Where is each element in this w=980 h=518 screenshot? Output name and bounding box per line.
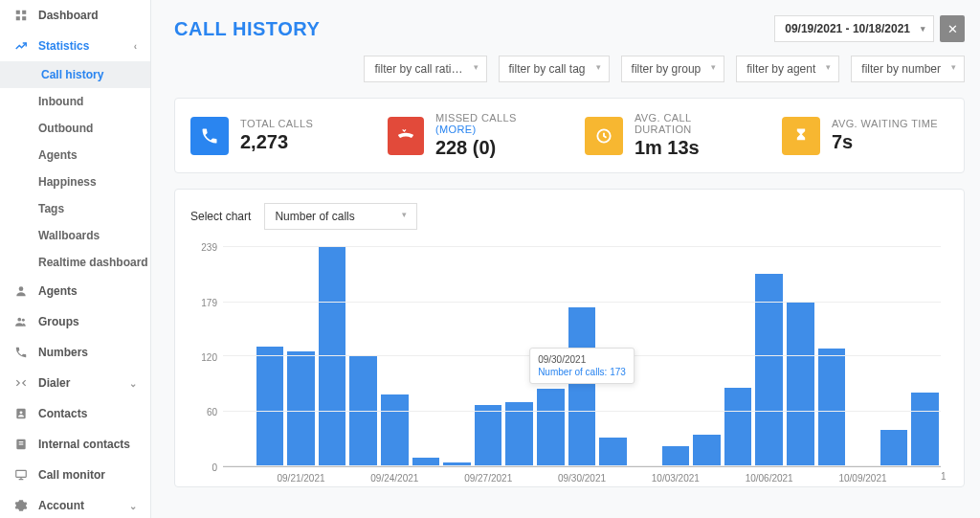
nav-contacts[interactable]: Contacts xyxy=(0,398,150,429)
nav-label: Account xyxy=(38,499,84,512)
chart-bar[interactable]: 09/24/2021 xyxy=(381,394,409,466)
kpi-value: 228 (0) xyxy=(435,137,554,159)
svg-point-4 xyxy=(19,286,24,291)
chart-bar[interactable]: 09/21/2021 xyxy=(287,351,315,466)
chart-type-select[interactable]: Number of calls xyxy=(264,203,417,230)
nav-statistics[interactable]: Statistics ‹ xyxy=(0,31,150,61)
x-tick: 10/03/2021 xyxy=(652,473,700,484)
sidebar-sub-wallboards[interactable]: Wallboards xyxy=(0,222,150,249)
sidebar-sub-inbound[interactable]: Inbound xyxy=(0,88,150,115)
nav-label: Dialer xyxy=(38,376,70,390)
chart-bar[interactable] xyxy=(256,347,284,466)
close-button[interactable]: ✕ xyxy=(940,15,965,42)
filter-dropdown-3[interactable]: filter by agent xyxy=(736,56,839,82)
x-tick: 09/24/2021 xyxy=(370,473,418,484)
y-tick: 120 xyxy=(201,351,217,362)
page-title: CALL HISTORY xyxy=(174,18,320,40)
topbar: CALL HISTORY 09/19/2021 - 10/18/2021 ✕ xyxy=(174,15,965,42)
chart-bar[interactable] xyxy=(911,393,939,466)
chart-area: 060120179239 09/21/202109/24/202109/27/2… xyxy=(190,247,948,467)
svg-rect-1 xyxy=(22,11,26,14)
chart-bar[interactable] xyxy=(349,356,377,466)
kpi-label: AVG. CALL DURATION xyxy=(635,112,751,135)
chart-bar[interactable] xyxy=(693,435,721,466)
nav-groups[interactable]: Groups xyxy=(0,306,150,337)
svg-rect-3 xyxy=(22,16,26,20)
sidebar-sub-realtime-dashboard[interactable]: Realtime dashboard xyxy=(0,249,150,276)
people-icon xyxy=(13,314,29,329)
filters-row: filter by call rati…filter by call tagfi… xyxy=(174,56,965,82)
nav-label: Groups xyxy=(38,315,79,328)
hourglass-icon xyxy=(782,117,820,155)
nav-label: Call monitor xyxy=(38,468,105,482)
tools-icon xyxy=(13,375,29,391)
kpi-value: 1m 13s xyxy=(635,137,751,159)
chart-bar[interactable] xyxy=(818,349,846,466)
svg-point-8 xyxy=(20,411,23,414)
nav-agents[interactable]: Agents xyxy=(0,276,150,306)
sidebar-sub-agents[interactable]: Agents xyxy=(0,142,150,169)
dashboard-icon xyxy=(13,8,29,23)
nav-label: Internal contacts xyxy=(38,438,130,451)
chart-bar[interactable]: 10/06/2021 xyxy=(755,274,783,466)
chart-bar[interactable]: 09/30/202109/30/2021Number of calls: 173 xyxy=(568,307,596,466)
trend-icon xyxy=(13,38,29,54)
chart-bar[interactable]: 10/03/2021 xyxy=(662,446,690,466)
chart-bar[interactable] xyxy=(537,389,565,466)
sidebar-sub-tags[interactable]: Tags xyxy=(0,195,150,222)
nav-label: Statistics xyxy=(38,39,89,53)
kpi-value: 7s xyxy=(832,131,938,153)
nav-label: Dashboard xyxy=(38,9,99,22)
svg-rect-0 xyxy=(16,11,20,14)
kpi-row: TOTAL CALLS 2,273 MISSED CALLS (MORE) 22… xyxy=(174,98,965,173)
more-link[interactable]: (MORE) xyxy=(435,124,477,135)
chart-tooltip: 09/30/2021Number of calls: 173 xyxy=(529,348,635,384)
chart-bar[interactable] xyxy=(505,402,533,466)
x-tick: 09/30/2021 xyxy=(558,473,606,484)
chart-plot: 09/21/202109/24/202109/27/202109/30/2021… xyxy=(223,247,941,467)
nav-call-monitor[interactable]: Call monitor xyxy=(0,460,150,490)
chart-bar[interactable] xyxy=(880,430,908,466)
chart-bar[interactable] xyxy=(319,247,346,466)
nav-dialer[interactable]: Dialer ⌄ xyxy=(0,368,150,398)
kpi-label: AVG. WAITING TIME xyxy=(832,118,938,129)
kpi-total-calls: TOTAL CALLS 2,273 xyxy=(175,112,372,159)
svg-rect-11 xyxy=(19,443,24,444)
nav-label: Contacts xyxy=(38,407,87,420)
chart-bar[interactable]: 09/27/2021 xyxy=(475,405,502,466)
chart-select-value: Number of calls xyxy=(275,210,354,223)
nav-account[interactable]: Account ⌄ xyxy=(0,490,150,518)
filter-dropdown-4[interactable]: filter by number xyxy=(851,56,965,82)
phone-icon xyxy=(13,345,29,360)
contacts-icon xyxy=(13,406,29,421)
chart-bar[interactable] xyxy=(599,438,627,466)
sidebar-sub-call-history[interactable]: Call history xyxy=(0,61,150,88)
nav-internal-contacts[interactable]: Internal contacts xyxy=(0,429,150,460)
nav-numbers[interactable]: Numbers xyxy=(0,337,150,368)
chart-bar[interactable] xyxy=(724,388,752,466)
svg-rect-10 xyxy=(19,441,24,442)
svg-rect-12 xyxy=(16,470,27,477)
y-axis: 060120179239 xyxy=(190,247,223,467)
y-tick: 239 xyxy=(201,242,217,253)
date-range-picker[interactable]: 09/19/2021 - 10/18/2021 xyxy=(774,15,934,42)
sidebar: Dashboard Statistics ‹ Call historyInbou… xyxy=(0,0,151,518)
kpi-avg-waiting: AVG. WAITING TIME 7s xyxy=(767,112,964,159)
x-tick: 09/27/2021 xyxy=(464,473,512,484)
nav-label: Numbers xyxy=(38,346,88,359)
gear-icon xyxy=(13,498,29,513)
phone-icon xyxy=(190,117,229,155)
close-icon: ✕ xyxy=(947,22,958,36)
filter-dropdown-2[interactable]: filter by group xyxy=(621,56,725,82)
filter-dropdown-0[interactable]: filter by call rati… xyxy=(364,56,486,82)
filter-dropdown-1[interactable]: filter by call tag xyxy=(499,56,610,82)
sidebar-sub-outbound[interactable]: Outbound xyxy=(0,115,150,142)
chart-bar[interactable] xyxy=(787,302,814,466)
chevron-down-icon: ⌄ xyxy=(129,501,137,511)
sidebar-sub-happiness[interactable]: Happiness xyxy=(0,169,150,195)
kpi-label: MISSED CALLS (MORE) xyxy=(435,112,554,135)
x-tick: 09/21/2021 xyxy=(277,473,324,484)
chevron-left-icon: ‹ xyxy=(134,41,137,52)
kpi-label: TOTAL CALLS xyxy=(240,118,313,129)
nav-dashboard[interactable]: Dashboard xyxy=(0,0,150,31)
